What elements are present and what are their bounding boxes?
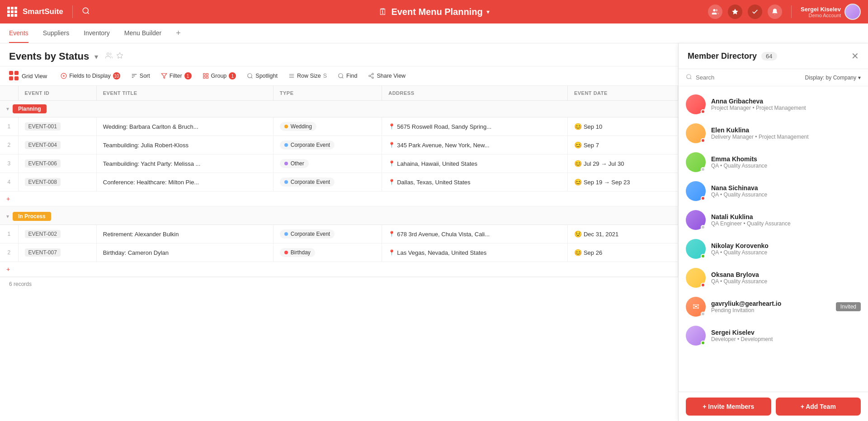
event-address-cell: 📍Lahaina, Hawaii, United States	[382, 154, 568, 173]
tab-inventory[interactable]: Inventory	[84, 24, 110, 43]
nav-right: Sergei Kiselev Demo Account	[708, 4, 861, 20]
event-id-badge: EVENT-001	[25, 122, 61, 131]
list-item[interactable]: Elen Kuklina Delivery Manager • Project …	[679, 119, 868, 148]
member-avatar-wrap	[686, 123, 706, 143]
search-input[interactable]	[696, 74, 805, 81]
table-row[interactable]: 4 EVENT-008 Conference: Healthcare: Milt…	[0, 173, 678, 192]
pin-icon: 📍	[388, 142, 395, 148]
panel-search-row: Display: by Company ▾	[679, 69, 868, 86]
panel-search	[686, 74, 805, 81]
list-item[interactable]: Anna Gribacheva Project Manager • Projec…	[679, 90, 868, 119]
table-row[interactable]: 2 EVENT-004 Teambuilding: Julia Robert-K…	[0, 136, 678, 154]
member-info: Anna Gribacheva Project Manager • Projec…	[711, 98, 861, 111]
view-type-selector[interactable]: Grid View	[9, 71, 47, 81]
tasks-icon[interactable]	[748, 5, 762, 19]
user-info[interactable]: Sergei Kiselev Demo Account	[801, 4, 861, 20]
fields-to-display-button[interactable]: Fields to Display 10	[56, 70, 125, 82]
status-dot	[701, 283, 705, 287]
svg-point-26	[372, 77, 374, 79]
filter-button[interactable]: Filter 1	[156, 70, 196, 82]
sort-button[interactable]: Sort	[127, 70, 155, 81]
panel-title: Member Directory	[688, 51, 757, 61]
table-row[interactable]: 2 EVENT-007 Birthday: Cameron Dylan Birt…	[0, 243, 678, 262]
tab-add-button[interactable]: +	[176, 28, 181, 38]
event-id-cell: EVENT-004	[18, 136, 96, 154]
event-id-badge: EVENT-004	[25, 141, 61, 149]
tab-suppliers[interactable]: Suppliers	[43, 24, 69, 43]
notifications-icon[interactable]	[768, 5, 782, 19]
member-info: Nana Sichinava QA • Quality Assurance	[711, 184, 861, 198]
close-icon[interactable]: ✕	[851, 51, 859, 61]
star-icon[interactable]	[116, 52, 123, 61]
member-info: Emma Khomits QA • Quality Assurance	[711, 155, 861, 169]
list-item[interactable]: Sergei Kiselev Developer • Development	[679, 321, 868, 350]
search-icon[interactable]	[82, 7, 90, 17]
member-role: QA • Quality Assurance	[711, 278, 861, 285]
members-icon[interactable]	[708, 5, 722, 19]
list-item[interactable]: Natali Kuklina QA Engineer • Quality Ass…	[679, 206, 868, 234]
group-toggle-in-process[interactable]: ▾ In Process	[6, 212, 671, 221]
member-avatar-wrap	[686, 181, 706, 201]
collapse-icon-planning[interactable]: ▾	[6, 106, 9, 112]
list-item[interactable]: Nana Sichinava QA • Quality Assurance	[679, 177, 868, 206]
add-planning-row-button[interactable]: +	[6, 195, 671, 202]
svg-rect-13	[203, 74, 205, 75]
filter-badge: 1	[184, 72, 192, 80]
member-name: Natali Kuklina	[711, 213, 861, 220]
spotlight-button[interactable]: Spotlight	[242, 70, 282, 81]
svg-point-2	[713, 9, 715, 11]
event-id-badge: EVENT-007	[25, 248, 61, 257]
display-sort-label: Display: by Company	[805, 75, 856, 81]
table-row[interactable]: 1 EVENT-001 Wedding: Barbara Carlton & B…	[0, 117, 678, 136]
group-toggle-planning[interactable]: ▾ Planning	[6, 104, 671, 113]
list-item[interactable]: Nikolay Korovenko QA • Quality Assurance	[679, 234, 868, 263]
status-dot	[701, 167, 705, 172]
display-sort-button[interactable]: Display: by Company ▾	[805, 75, 861, 81]
event-title-cell: Conference: Healthcare: Milton Pie...	[96, 173, 273, 192]
brand-name: SmartSuite	[23, 7, 63, 16]
tab-events[interactable]: Events	[9, 24, 28, 43]
svg-point-17	[248, 74, 252, 78]
members-view-icon[interactable]	[105, 52, 113, 61]
event-type-cell: Other	[273, 154, 382, 173]
table-row[interactable]: 3 EVENT-006 Teambuilding: Yacht Party: M…	[0, 154, 678, 173]
member-avatar-wrap	[686, 239, 706, 259]
member-info: Elen Kuklina Delivery Manager • Project …	[711, 126, 861, 140]
fields-badge: 10	[113, 72, 120, 80]
share-view-button[interactable]: Share View	[363, 70, 410, 81]
group-button[interactable]: Group 1	[198, 70, 241, 82]
col-address: ADDRESS	[382, 86, 568, 101]
table-row[interactable]: 1 EVENT-002 Retirement: Alexander Bulkin…	[0, 225, 678, 243]
type-label: Corporate Event	[291, 179, 330, 185]
collapse-icon-in-process[interactable]: ▾	[6, 213, 9, 220]
pin-icon: 📍	[388, 249, 395, 256]
view-title: Events by Status	[9, 51, 89, 62]
add-team-button[interactable]: + Add Team	[776, 398, 861, 416]
member-role: Developer • Development	[711, 336, 861, 342]
row-size-button[interactable]: Row Size S	[284, 70, 331, 81]
event-type-cell: Birthday	[273, 243, 382, 262]
favorites-icon[interactable]	[728, 5, 742, 19]
member-avatar-wrap	[686, 268, 706, 288]
top-nav: SmartSuite 🗓 Event Menu Planning ▾ Serge…	[0, 0, 868, 23]
svg-line-23	[342, 77, 344, 79]
fields-icon	[61, 73, 67, 79]
invite-members-button[interactable]: + Invite Members	[686, 398, 771, 416]
filter-icon	[161, 73, 167, 79]
row-size-label: Row Size	[297, 73, 321, 79]
list-item[interactable]: ✉ gavryliuk@gearheart.io Pending Invitat…	[679, 292, 868, 321]
list-item[interactable]: Emma Khomits QA • Quality Assurance	[679, 148, 868, 177]
add-in-process-row-button[interactable]: +	[6, 266, 671, 273]
type-label: Corporate Event	[291, 142, 330, 148]
page-title-chevron[interactable]: ▾	[486, 8, 490, 15]
event-title-cell: Teambuilding: Julia Robert-Kloss	[96, 136, 273, 154]
records-count: 6 records	[0, 277, 678, 291]
find-button[interactable]: Find	[333, 70, 362, 81]
sort-icon	[131, 73, 137, 79]
list-item[interactable]: Oksana Brylova QA • Quality Assurance	[679, 263, 868, 292]
apps-icon[interactable]	[7, 7, 17, 17]
user-avatar[interactable]	[844, 4, 861, 20]
tab-menu-builder[interactable]: Menu Builder	[124, 24, 162, 43]
view-title-dropdown[interactable]: ▾	[94, 52, 98, 61]
member-name: gavryliuk@gearheart.io	[711, 300, 830, 307]
